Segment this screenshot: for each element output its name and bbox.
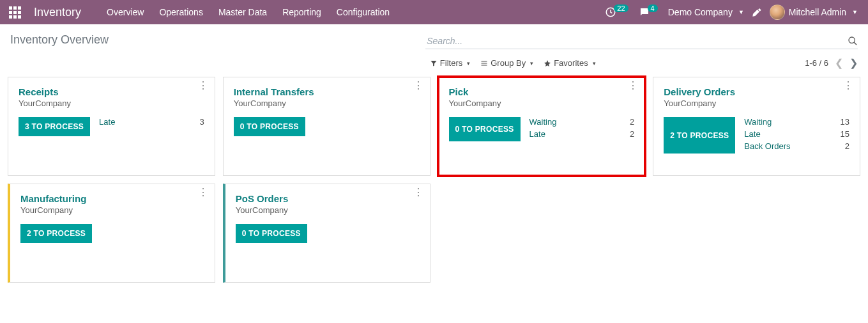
card-body: 3 TO PROCESSLate3 bbox=[19, 117, 204, 136]
card-subtitle: YourCompany bbox=[20, 205, 204, 215]
chevron-down-icon: ▾ bbox=[467, 60, 470, 67]
stat-value: 3 bbox=[200, 117, 204, 127]
company-name: Demo Company bbox=[668, 7, 733, 17]
card-title[interactable]: Internal Transfers bbox=[234, 86, 420, 97]
groupby-dropdown[interactable]: Group By ▾ bbox=[480, 58, 533, 68]
pager-next[interactable]: ❯ bbox=[849, 57, 858, 69]
favorites-label: Favorites bbox=[554, 58, 588, 68]
card-subtitle: YourCompany bbox=[236, 205, 420, 215]
control-panel: Filters ▾ Group By ▾ Favorites ▾ 1-6 / 6… bbox=[0, 54, 868, 77]
card-body: 0 TO PROCESS bbox=[236, 224, 420, 243]
topbar-right: 22 4 Demo Company▼ Mitchell Admin▼ bbox=[605, 4, 863, 20]
process-button[interactable]: 0 TO PROCESS bbox=[449, 117, 521, 141]
favorites-dropdown[interactable]: Favorites ▾ bbox=[544, 58, 595, 68]
process-button[interactable]: 2 TO PROCESS bbox=[664, 117, 735, 154]
card-title[interactable]: Delivery Orders bbox=[664, 86, 849, 97]
card-title[interactable]: Manufacturing bbox=[20, 193, 204, 204]
brand[interactable]: Inventory bbox=[34, 6, 81, 19]
kanban-board: ⋮ReceiptsYourCompany3 TO PROCESSLate3⋮In… bbox=[0, 77, 868, 283]
company-switcher[interactable]: Demo Company▼ bbox=[668, 7, 744, 17]
apps-icon[interactable] bbox=[5, 3, 25, 22]
card-subtitle: YourCompany bbox=[19, 98, 204, 108]
card-stats: Waiting2Late2 bbox=[529, 117, 635, 141]
kanban-card[interactable]: ⋮Internal TransfersYourCompany0 TO PROCE… bbox=[223, 77, 430, 176]
star-icon bbox=[544, 59, 551, 67]
card-subtitle: YourCompany bbox=[664, 98, 849, 108]
stat-label: Late bbox=[529, 129, 545, 139]
search-icon[interactable] bbox=[848, 36, 858, 46]
nav-reporting[interactable]: Reporting bbox=[275, 1, 329, 24]
kanban-card[interactable]: ⋮PickYourCompany0 TO PROCESSWaiting2Late… bbox=[438, 77, 646, 176]
stat-label: Late bbox=[99, 117, 115, 127]
card-menu-icon[interactable]: ⋮ bbox=[628, 84, 638, 88]
nav-overview[interactable]: Overview bbox=[99, 1, 151, 24]
kanban-card[interactable]: ⋮PoS OrdersYourCompany0 TO PROCESS bbox=[223, 184, 430, 283]
stat-value: 13 bbox=[841, 117, 849, 127]
stat-value: 2 bbox=[630, 129, 634, 139]
stat-label: Back Orders bbox=[744, 141, 790, 151]
card-menu-icon[interactable]: ⋮ bbox=[413, 84, 423, 88]
kanban-card[interactable]: ⋮ManufacturingYourCompany2 TO PROCESS bbox=[8, 184, 215, 283]
card-body: 2 TO PROCESSWaiting13Late15Back Orders2 bbox=[664, 117, 849, 154]
kanban-card[interactable]: ⋮Delivery OrdersYourCompany2 TO PROCESSW… bbox=[653, 77, 860, 176]
svg-line-2 bbox=[854, 42, 857, 45]
nav-master-data[interactable]: Master Data bbox=[211, 1, 275, 24]
debug-icon[interactable] bbox=[752, 7, 762, 17]
stat-label: Late bbox=[744, 129, 760, 139]
card-title[interactable]: Receipts bbox=[19, 86, 204, 97]
process-button[interactable]: 2 TO PROCESS bbox=[20, 224, 92, 243]
stat-row[interactable]: Waiting13 bbox=[744, 117, 849, 127]
user-name: Mitchell Admin bbox=[789, 7, 846, 17]
chevron-down-icon: ▼ bbox=[738, 9, 744, 15]
card-title[interactable]: PoS Orders bbox=[236, 193, 420, 204]
card-stats: Late3 bbox=[99, 117, 204, 136]
card-body: 0 TO PROCESS bbox=[234, 117, 420, 136]
messages-badge: 4 bbox=[648, 4, 658, 12]
stat-row[interactable]: Late3 bbox=[99, 117, 204, 127]
nav-operations[interactable]: Operations bbox=[151, 1, 210, 24]
search-input[interactable] bbox=[425, 33, 848, 49]
stat-row[interactable]: Late15 bbox=[744, 129, 849, 139]
stat-label: Waiting bbox=[529, 117, 557, 127]
card-title[interactable]: Pick bbox=[449, 86, 635, 97]
main-nav: Overview Operations Master Data Reportin… bbox=[99, 1, 397, 24]
card-menu-icon[interactable]: ⋮ bbox=[413, 191, 423, 194]
stat-value: 15 bbox=[841, 129, 849, 139]
card-subtitle: YourCompany bbox=[234, 98, 420, 108]
chevron-down-icon: ▾ bbox=[530, 60, 533, 67]
funnel-icon bbox=[430, 59, 438, 67]
card-menu-icon[interactable]: ⋮ bbox=[198, 84, 208, 88]
activity-icon[interactable]: 22 bbox=[605, 6, 630, 18]
nav-configuration[interactable]: Configuration bbox=[329, 1, 397, 24]
chevron-down-icon: ▼ bbox=[852, 9, 858, 15]
card-body: 2 TO PROCESS bbox=[20, 224, 204, 243]
stat-row[interactable]: Late2 bbox=[529, 129, 635, 139]
stat-row[interactable]: Back Orders2 bbox=[744, 141, 849, 151]
kanban-card[interactable]: ⋮ReceiptsYourCompany3 TO PROCESSLate3 bbox=[8, 77, 215, 176]
card-menu-icon[interactable]: ⋮ bbox=[198, 191, 208, 194]
card-stats: Waiting13Late15Back Orders2 bbox=[744, 117, 849, 154]
user-menu[interactable]: Mitchell Admin▼ bbox=[770, 4, 858, 20]
process-button[interactable]: 0 TO PROCESS bbox=[236, 224, 307, 243]
page-title: Inventory Overview bbox=[10, 33, 425, 47]
process-button[interactable]: 0 TO PROCESS bbox=[234, 117, 305, 136]
card-menu-icon[interactable]: ⋮ bbox=[843, 84, 853, 88]
activity-badge: 22 bbox=[614, 4, 628, 12]
search-area bbox=[425, 33, 858, 49]
card-body: 0 TO PROCESSWaiting2Late2 bbox=[449, 117, 635, 141]
pager-range[interactable]: 1-6 / 6 bbox=[805, 58, 828, 68]
topbar: Inventory Overview Operations Master Dat… bbox=[0, 0, 868, 24]
pager-prev[interactable]: ❮ bbox=[835, 57, 843, 69]
filters-label: Filters bbox=[440, 58, 462, 68]
stat-row[interactable]: Waiting2 bbox=[529, 117, 635, 127]
avatar bbox=[770, 4, 785, 20]
card-subtitle: YourCompany bbox=[449, 98, 635, 108]
stat-value: 2 bbox=[845, 141, 849, 151]
titlebar: Inventory Overview bbox=[0, 24, 868, 54]
messages-icon[interactable]: 4 bbox=[639, 6, 660, 18]
stat-label: Waiting bbox=[744, 117, 772, 127]
filters-dropdown[interactable]: Filters ▾ bbox=[430, 58, 470, 68]
pager: 1-6 / 6 ❮ ❯ bbox=[805, 57, 858, 69]
process-button[interactable]: 3 TO PROCESS bbox=[19, 117, 90, 136]
svg-point-1 bbox=[849, 37, 855, 43]
